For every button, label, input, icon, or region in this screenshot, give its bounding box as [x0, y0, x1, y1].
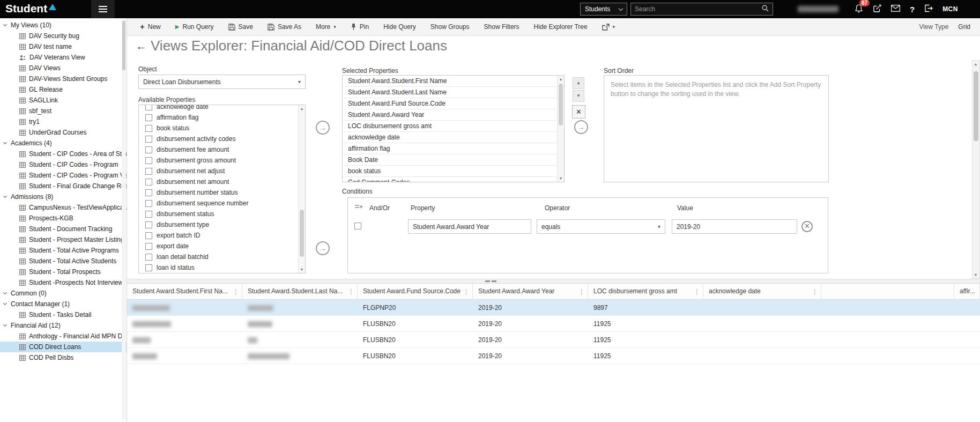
tree-item[interactable]: GL Release [0, 84, 127, 95]
tree-section-header[interactable]: Academics (4) [0, 138, 127, 149]
column-menu-icon[interactable]: ⋮ [812, 284, 818, 300]
mail-icon[interactable] [891, 5, 900, 13]
tree-item[interactable]: Student -Prospects Not Interview... [0, 277, 127, 288]
tree-item[interactable]: try1 [0, 116, 127, 127]
scroll-up-icon[interactable]: ▲ [558, 76, 564, 83]
grid-row[interactable]: FLUSBN202019-2011925 [127, 316, 980, 332]
checkbox[interactable] [145, 179, 152, 186]
column-header[interactable]: acknowledge date⋮ [703, 284, 821, 300]
tree-item[interactable]: Student - Prospect Master Listing [0, 234, 127, 245]
available-property-item[interactable]: export date [139, 241, 298, 251]
available-property-item[interactable]: loan id status [139, 262, 298, 273]
column-header[interactable]: Student Award.Student.First Na...⋮ [127, 284, 242, 300]
available-property-item[interactable]: book status [139, 123, 298, 134]
tree-item[interactable]: Student - Total Active Students [0, 256, 127, 266]
grid-row[interactable]: FLUSBN202019-2011925 [127, 332, 980, 348]
checkbox[interactable] [145, 254, 152, 261]
toolbar-show-groups-button[interactable]: Show Groups [430, 23, 470, 31]
column-menu-icon[interactable]: ⋮ [463, 284, 470, 300]
selected-property-item[interactable]: Student Award.Student.Last Name [343, 87, 556, 98]
tree-item[interactable]: CampusNexus - TestViewApplicat... [0, 202, 127, 213]
checkbox[interactable] [145, 221, 152, 228]
move-up-button[interactable]: ▲ [573, 77, 584, 89]
available-property-item[interactable]: disbursement status [139, 209, 298, 219]
tree-item[interactable]: SAGLLink [0, 95, 127, 106]
back-arrow-icon[interactable]: ← [136, 40, 147, 53]
toolbar-more-button[interactable]: More▾ [316, 23, 336, 31]
column-menu-icon[interactable]: ⋮ [348, 284, 354, 300]
add-condition-icon[interactable] [354, 203, 363, 212]
available-property-item[interactable]: affirmation flag [139, 112, 298, 123]
condition-operator-dropdown[interactable]: equals ▾ [537, 219, 665, 234]
view-type-value[interactable]: Grid [958, 23, 970, 31]
grid-row[interactable]: FLUSBN202019-2011925 [127, 348, 980, 364]
available-property-item[interactable]: disbursement net amount [139, 176, 298, 187]
tree-item[interactable]: Student - CIP Codes - Area of Stud... [0, 149, 127, 159]
column-header[interactable]: Student Award.Award Year⋮ [473, 284, 588, 300]
condition-property-input[interactable] [408, 219, 531, 234]
tree-item[interactable]: DAV-Views Student Groups [0, 73, 127, 84]
hamburger-icon[interactable] [91, 0, 115, 18]
tree-section-header[interactable]: Common (0) [0, 288, 127, 299]
scope-dropdown[interactable]: Students [580, 3, 627, 16]
scroll-down-icon[interactable]: ▼ [558, 175, 564, 182]
compose-icon[interactable] [873, 4, 881, 14]
tree-item[interactable]: DAV test name [0, 41, 127, 52]
add-sort-property-button[interactable]: → [574, 120, 588, 134]
checkbox[interactable] [145, 146, 152, 153]
selected-property-item[interactable]: Student Award.Award Year [343, 109, 556, 121]
object-dropdown[interactable]: Direct Loan Disbursements ▾ [138, 75, 306, 89]
toolbar-hide-explorer-tree-button[interactable]: Hide Explorer Tree [534, 23, 588, 31]
available-property-item[interactable]: disbursement gross amount [139, 155, 298, 166]
splitter-handle[interactable] [127, 279, 980, 284]
column-header[interactable]: affir... [954, 284, 980, 300]
user-initials[interactable]: MCN [942, 5, 958, 13]
tree-item[interactable]: Student - Final Grade Change Rea... [0, 181, 127, 191]
signout-icon[interactable] [924, 4, 933, 14]
checkbox[interactable] [145, 136, 152, 143]
available-property-item[interactable]: disbursement activity codes [139, 134, 298, 144]
selected-list-scrollbar[interactable]: ▲ ▼ [557, 76, 564, 182]
grid-row[interactable]: FLGPNP202019-209897 [127, 300, 980, 316]
selected-property-item[interactable]: Cod Comment Codes [343, 177, 556, 182]
toolbar-open-external-button[interactable]: ▾ [602, 24, 615, 31]
available-list-scrollbar[interactable]: ▲ ▼ [298, 105, 305, 273]
selected-property-item[interactable]: Student Award.Student.First Name [343, 76, 556, 87]
toolbar-save-as-button[interactable]: Save As [268, 23, 301, 31]
tree-section-header[interactable]: My Views (10) [0, 20, 127, 31]
checkbox[interactable] [145, 105, 152, 110]
selected-property-item[interactable]: book status [343, 166, 556, 177]
toolbar-pin-button[interactable]: Pin [351, 23, 369, 31]
available-property-item[interactable]: disbursement net adjust [139, 166, 298, 176]
condition-value-input[interactable] [672, 219, 797, 234]
help-icon[interactable]: ? [910, 5, 915, 14]
toolbar-hide-query-button[interactable]: Hide Query [383, 23, 416, 31]
condition-checkbox[interactable] [354, 223, 361, 229]
column-header[interactable]: Student Award.Fund Source.Code⋮ [358, 284, 473, 300]
selected-property-item[interactable]: affirmation flag [343, 143, 556, 154]
checkbox[interactable] [145, 243, 152, 250]
toolbar-show-filters-button[interactable]: Show Filters [484, 23, 519, 31]
tree-section-header[interactable]: Contact Manager (1) [0, 299, 127, 309]
tree-section-header[interactable]: Admissions (8) [0, 191, 127, 202]
scroll-up-icon[interactable]: ▲ [972, 61, 979, 68]
checkbox[interactable] [145, 189, 152, 196]
checkbox[interactable] [145, 211, 152, 218]
checkbox[interactable] [145, 157, 152, 164]
column-menu-icon[interactable]: ⋮ [233, 284, 239, 300]
available-property-item[interactable]: disbursement number status [139, 187, 298, 198]
checkbox[interactable] [145, 114, 152, 121]
checkbox[interactable] [145, 200, 152, 207]
scroll-down-icon[interactable]: ▼ [972, 271, 979, 278]
tree-item[interactable]: UnderGrad Courses [0, 127, 127, 138]
toolbar-run-query-button[interactable]: ▶Run Query [175, 23, 214, 31]
move-right-button[interactable]: → [316, 241, 330, 255]
toolbar-save-button[interactable]: Save [228, 23, 253, 31]
scroll-down-icon[interactable]: ▼ [299, 266, 305, 273]
tree-item[interactable]: Student - Total Prospects [0, 266, 127, 277]
column-header[interactable]: LOC disbursement gross amt⋮ [588, 284, 703, 300]
move-down-button[interactable]: ▼ [573, 90, 584, 102]
page-scrollbar[interactable]: ▲ ▼ [972, 60, 980, 279]
tree-item[interactable]: COD Direct Loans [0, 342, 127, 352]
checkbox[interactable] [145, 125, 152, 132]
